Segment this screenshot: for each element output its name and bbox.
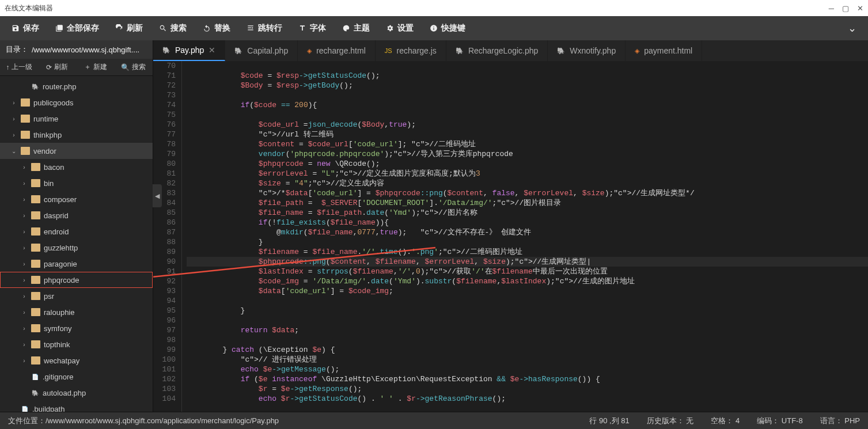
status-encoding[interactable]: 编码： UTF-8 — [757, 416, 802, 426]
tab-payment-html[interactable]: ◈payment.html — [626, 40, 702, 61]
code-line[interactable]: } — [187, 237, 868, 247]
status-history[interactable]: 历史版本： 无 — [647, 416, 694, 426]
code-line[interactable]: $file_name = $file_path.date('Ymd');"c">… — [187, 208, 868, 218]
tree-item-bin[interactable]: ›bin — [0, 175, 153, 191]
code-line[interactable]: $size = "4";"c">//定义生成内容 — [187, 179, 868, 188]
tree-item-router-php[interactable]: 🐘router.php — [0, 78, 153, 94]
maximize-button[interactable]: ▢ — [842, 4, 849, 13]
code-line[interactable]: "c">// 进行错误处理 — [187, 355, 868, 365]
search-tree-button[interactable]: 🔍 搜索 — [115, 62, 153, 72]
code-line[interactable]: $r = $e->getResponse(); — [187, 384, 868, 394]
file-tree[interactable]: 🐘router.php›publicgoods›runtime›thinkphp… — [0, 76, 153, 412]
save-button[interactable]: 保存 — [3, 16, 47, 40]
status-line-col[interactable]: 行 90 ,列 81 — [589, 416, 629, 426]
tab-RechargeLogic-php[interactable]: 🐘RechargeLogic.php — [446, 40, 548, 61]
minimize-button[interactable]: ─ — [829, 4, 834, 13]
code-line[interactable]: $data['code_url'] = $code_img; — [187, 286, 868, 296]
tree-item-guzzlehttp[interactable]: ›guzzlehttp — [0, 240, 153, 256]
code-line[interactable] — [187, 316, 868, 325]
code-line[interactable]: $lastIndex = strrpos($filename,'/',0);"c… — [187, 267, 868, 276]
sidebar-collapse-handle[interactable]: ◀ — [153, 184, 162, 207]
tab-Pay-php[interactable]: 🐘Pay.php✕ — [153, 40, 225, 61]
tree-item--gitignore[interactable]: 📄.gitignore — [0, 369, 153, 385]
search-button[interactable]: 搜索 — [151, 16, 195, 40]
tab-recharge-html[interactable]: ◈recharge.html — [298, 40, 376, 61]
line-number: 92 — [153, 276, 176, 286]
code-line[interactable]: "c">/*$data['code_url'] = $phpqrcode::pn… — [187, 188, 868, 198]
code-line[interactable]: $phpqrcode = new \QRcode(); — [187, 159, 868, 169]
refresh-button[interactable]: 刷新 — [107, 16, 151, 40]
code-line[interactable]: } — [187, 306, 868, 316]
code-line[interactable]: $content = $code_url['code_url']; "c">//… — [187, 139, 868, 149]
tab-close-button[interactable]: ✕ — [209, 45, 215, 55]
tab-Wxnotify-php[interactable]: 🐘Wxnotify.php — [548, 40, 626, 61]
tree-item-paragonie[interactable]: ›paragonie — [0, 256, 153, 272]
code-line[interactable]: if ($e instanceof \GuzzleHttp\Exception\… — [187, 374, 868, 384]
tree-item-vendor[interactable]: ⌄vendor — [0, 143, 153, 159]
tree-item-composer[interactable]: ›composer — [0, 191, 153, 207]
code-line[interactable]: echo $e->getMessage(); — [187, 365, 868, 374]
code-line[interactable] — [187, 335, 868, 345]
sidebar-dir-header[interactable]: 目录： /www/wwwroot/www.sj.qbhgift.... — [0, 40, 153, 59]
font-button[interactable]: 字体 — [290, 16, 334, 40]
status-language[interactable]: 语言： PHP — [820, 416, 860, 426]
code-content[interactable]: $code = $resp->getStatusCode(); $Body = … — [182, 61, 868, 412]
tab-recharge-js[interactable]: JSrecharge.js — [376, 40, 446, 61]
up-button[interactable]: ↑ 上一级 — [0, 62, 38, 72]
code-line[interactable]: $phpqrcode::png($content, $filename, $er… — [187, 257, 868, 267]
tree-item-publicgoods[interactable]: ›publicgoods — [0, 94, 153, 111]
tree-item-psr[interactable]: ›psr — [0, 288, 153, 304]
tree-item--buildpath[interactable]: 📄.buildpath — [0, 401, 153, 412]
code-line[interactable]: $errorLevel = "L";"c">//定义生成图片宽度和高度;默认为3 — [187, 169, 868, 179]
chevron-icon: › — [21, 358, 28, 364]
tree-item-thinkphp[interactable]: ›thinkphp — [0, 127, 153, 143]
save-all-button[interactable]: 全部保存 — [47, 16, 107, 40]
code-line[interactable]: vendor('phpqrcode.phpqrcode');"c">//导入第三… — [187, 149, 868, 159]
code-line[interactable]: $code_img = '/Data/img/'.date('Ymd').sub… — [187, 276, 868, 286]
tree-item-ralouphie[interactable]: ›ralouphie — [0, 304, 153, 320]
code-line[interactable]: $code = $resp->getStatusCode(); — [187, 71, 868, 81]
code-line[interactable]: if($code == 200){ — [187, 100, 868, 110]
code-area[interactable]: 7071727374757677787980818283848586878889… — [153, 61, 868, 412]
code-line[interactable]: } catch (\Exception $e) { — [187, 345, 868, 355]
code-line[interactable]: if(!file_exists($file_name)){ — [187, 218, 868, 227]
close-window-button[interactable]: ✕ — [857, 4, 863, 13]
code-line[interactable]: @mkdir($file_name,0777,true); "c">//文件不存… — [187, 227, 868, 237]
tree-item-bacon[interactable]: ›bacon — [0, 159, 153, 175]
tree-item-phpqrcode[interactable]: ›phpqrcode — [0, 272, 153, 288]
code-line[interactable] — [187, 90, 868, 100]
code-line[interactable] — [187, 110, 868, 120]
code-line[interactable] — [187, 61, 868, 71]
tab-Capital-php[interactable]: 🐘Capital.php — [225, 40, 298, 61]
tree-item-symfony[interactable]: ›symfony — [0, 320, 153, 336]
collapse-toolbar-button[interactable]: ⌄ — [840, 22, 865, 35]
replace-button[interactable]: 替换 — [195, 16, 238, 40]
code-line[interactable]: return $data; — [187, 325, 868, 335]
line-number: 88 — [153, 237, 176, 247]
tree-item-topthink[interactable]: ›topthink — [0, 336, 153, 352]
code-line[interactable]: $filename = $file_name.'/'.time().'.png'… — [187, 247, 868, 257]
chevron-icon: › — [21, 180, 28, 187]
tree-item-dasprid[interactable]: ›dasprid — [0, 207, 153, 223]
tree-item-wechatpay[interactable]: ›wechatpay — [0, 352, 153, 369]
folder-icon — [31, 260, 40, 268]
line-number: 71 — [153, 71, 176, 81]
code-line[interactable]: $code_url =json_decode($Body,true); — [187, 120, 868, 130]
goto-button[interactable]: 跳转行 — [238, 16, 290, 40]
refresh-tree-button[interactable]: ⟳ 刷新 — [38, 62, 76, 72]
tree-item-endroid[interactable]: ›endroid — [0, 223, 153, 240]
status-indent[interactable]: 空格： 4 — [711, 416, 740, 426]
code-line[interactable]: $Body = $resp->getBody(); — [187, 81, 868, 90]
folder-icon — [31, 244, 40, 252]
code-line[interactable]: echo $r->getStatusCode() . ' ' . $r->get… — [187, 394, 868, 404]
tree-item-autoload-php[interactable]: 🐘autoload.php — [0, 385, 153, 401]
dir-path: /www/wwwroot/www.sj.qbhgift.... — [32, 45, 139, 54]
code-line[interactable]: $file_path = $_SERVER['DOCUMENT_ROOT'].'… — [187, 198, 868, 208]
code-line[interactable]: "c">//url 转二维码 — [187, 130, 868, 139]
code-line[interactable] — [187, 296, 868, 306]
shortcuts-button[interactable]: 快捷键 — [422, 16, 473, 40]
new-file-button[interactable]: ＋ 新建 — [77, 62, 115, 72]
tree-item-runtime[interactable]: ›runtime — [0, 111, 153, 127]
theme-button[interactable]: 主题 — [334, 16, 378, 40]
settings-button[interactable]: 设置 — [378, 16, 422, 40]
